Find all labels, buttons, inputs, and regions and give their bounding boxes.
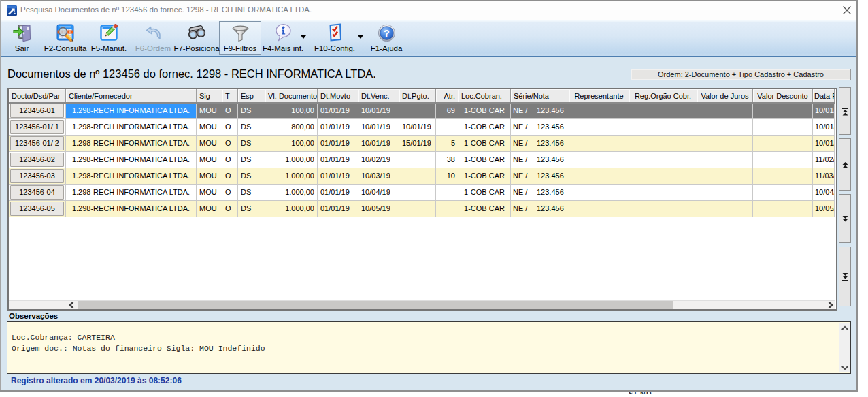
- svg-text:?: ?: [384, 28, 390, 39]
